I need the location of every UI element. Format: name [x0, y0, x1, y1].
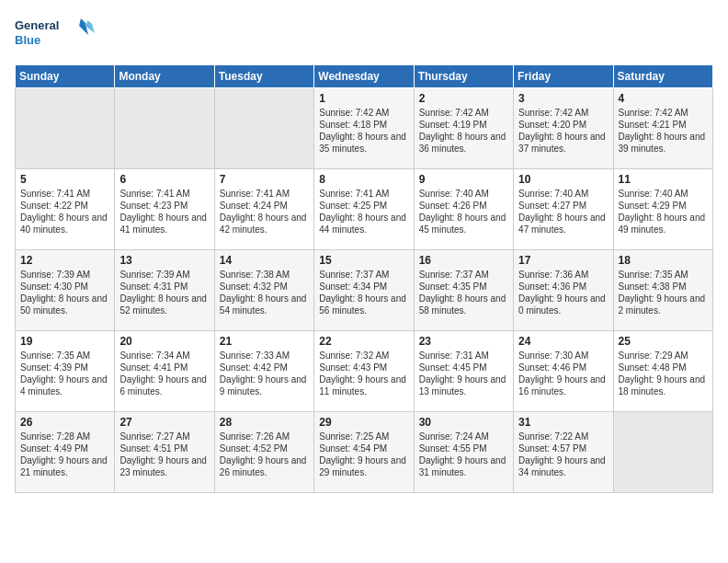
cell-text-line: Sunrise: 7:42 AM	[518, 107, 608, 119]
calendar-cell: 16Sunrise: 7:37 AMSunset: 4:35 PMDayligh…	[414, 250, 513, 331]
cell-text-line: Sunrise: 7:41 AM	[20, 188, 109, 200]
cell-text-line: Sunrise: 7:29 AM	[619, 350, 708, 362]
weekday-header: Tuesday	[214, 65, 313, 88]
cell-text-line: Sunset: 4:27 PM	[518, 200, 608, 212]
cell-text-line: Daylight: 9 hours and 13 minutes.	[419, 373, 508, 397]
cell-text-line: Sunrise: 7:35 AM	[619, 269, 708, 281]
cell-text-line: Daylight: 8 hours and 56 minutes.	[319, 293, 408, 316]
cell-text-line: Sunrise: 7:38 AM	[220, 269, 309, 281]
day-number: 19	[20, 335, 109, 348]
calendar-week-row: 12Sunrise: 7:39 AMSunset: 4:30 PMDayligh…	[16, 250, 713, 331]
cell-text-line: Daylight: 8 hours and 54 minutes.	[220, 293, 309, 316]
cell-text-line: Sunrise: 7:25 AM	[319, 431, 408, 442]
calendar-cell	[613, 412, 712, 493]
cell-text-line: Daylight: 8 hours and 49 minutes.	[619, 212, 708, 236]
weekday-header: Friday	[514, 65, 613, 88]
day-number: 23	[419, 335, 508, 348]
cell-text-line: Sunrise: 7:24 AM	[419, 431, 508, 442]
calendar-cell: 29Sunrise: 7:25 AMSunset: 4:54 PMDayligh…	[314, 412, 414, 493]
calendar-cell: 28Sunrise: 7:26 AMSunset: 4:52 PMDayligh…	[214, 412, 313, 493]
cell-text-line: Daylight: 9 hours and 9 minutes.	[220, 373, 309, 397]
cell-text-line: Sunset: 4:46 PM	[518, 362, 608, 373]
svg-text:Blue: Blue	[15, 33, 40, 47]
cell-text-line: Sunrise: 7:40 AM	[518, 188, 608, 200]
day-number: 12	[20, 254, 109, 267]
cell-text-line: Sunrise: 7:42 AM	[619, 107, 708, 119]
cell-text-line: Sunset: 4:51 PM	[119, 442, 209, 454]
weekday-header: Thursday	[414, 65, 513, 88]
cell-text-line: Sunset: 4:39 PM	[20, 362, 109, 373]
cell-text-line: Daylight: 9 hours and 0 minutes.	[518, 293, 608, 316]
svg-marker-3	[86, 20, 96, 33]
cell-text-line: Sunset: 4:55 PM	[419, 442, 508, 454]
day-number: 29	[319, 416, 408, 429]
calendar-cell: 9Sunrise: 7:40 AMSunset: 4:26 PMDaylight…	[414, 169, 513, 250]
cell-text-line: Sunrise: 7:31 AM	[419, 350, 508, 362]
cell-text-line: Daylight: 9 hours and 21 minutes.	[20, 454, 109, 478]
day-number: 25	[619, 335, 708, 348]
cell-text-line: Sunset: 4:36 PM	[518, 281, 608, 293]
calendar-cell: 11Sunrise: 7:40 AMSunset: 4:29 PMDayligh…	[613, 169, 712, 250]
cell-text-line: Daylight: 8 hours and 39 minutes.	[619, 131, 708, 155]
cell-text-line: Daylight: 9 hours and 23 minutes.	[119, 454, 209, 478]
cell-text-line: Sunset: 4:20 PM	[518, 119, 608, 131]
calendar-cell: 30Sunrise: 7:24 AMSunset: 4:55 PMDayligh…	[414, 412, 513, 493]
calendar-cell: 22Sunrise: 7:32 AMSunset: 4:43 PMDayligh…	[314, 331, 414, 412]
cell-text-line: Sunset: 4:30 PM	[20, 281, 109, 293]
day-number: 26	[20, 416, 109, 429]
cell-text-line: Daylight: 9 hours and 26 minutes.	[220, 454, 309, 478]
day-number: 27	[119, 416, 209, 429]
calendar-cell: 25Sunrise: 7:29 AMSunset: 4:48 PMDayligh…	[613, 331, 712, 412]
cell-text-line: Sunset: 4:26 PM	[419, 200, 508, 212]
day-number: 16	[419, 254, 508, 267]
day-number: 1	[319, 92, 408, 105]
calendar-body: 1Sunrise: 7:42 AMSunset: 4:18 PMDaylight…	[16, 88, 713, 493]
day-number: 6	[119, 173, 209, 186]
cell-text-line: Sunset: 4:54 PM	[319, 442, 408, 454]
cell-text-line: Sunset: 4:21 PM	[619, 119, 708, 131]
day-number: 18	[619, 254, 708, 267]
cell-text-line: Sunset: 4:31 PM	[119, 281, 209, 293]
day-number: 24	[518, 335, 608, 348]
calendar-cell: 31Sunrise: 7:22 AMSunset: 4:57 PMDayligh…	[514, 412, 613, 493]
cell-text-line: Daylight: 9 hours and 18 minutes.	[619, 373, 708, 397]
logo: General Blue	[15, 15, 97, 53]
cell-text-line: Sunset: 4:29 PM	[619, 200, 708, 212]
day-number: 5	[20, 173, 109, 186]
cell-text-line: Daylight: 9 hours and 2 minutes.	[619, 293, 708, 316]
calendar-week-row: 1Sunrise: 7:42 AMSunset: 4:18 PMDaylight…	[16, 88, 713, 169]
day-number: 17	[518, 254, 608, 267]
cell-text-line: Sunrise: 7:41 AM	[220, 188, 309, 200]
day-number: 20	[119, 335, 209, 348]
calendar-header-row: SundayMondayTuesdayWednesdayThursdayFrid…	[16, 65, 713, 88]
calendar-cell: 5Sunrise: 7:41 AMSunset: 4:22 PMDaylight…	[16, 169, 115, 250]
cell-text-line: Sunset: 4:18 PM	[319, 119, 408, 131]
cell-text-line: Sunset: 4:45 PM	[419, 362, 508, 373]
cell-text-line: Daylight: 9 hours and 16 minutes.	[518, 373, 608, 397]
cell-text-line: Sunrise: 7:42 AM	[319, 107, 408, 119]
cell-text-line: Sunrise: 7:40 AM	[419, 188, 508, 200]
weekday-header: Sunday	[16, 65, 115, 88]
day-number: 10	[518, 173, 608, 186]
calendar-cell: 15Sunrise: 7:37 AMSunset: 4:34 PMDayligh…	[314, 250, 414, 331]
calendar-cell: 8Sunrise: 7:41 AMSunset: 4:25 PMDaylight…	[314, 169, 414, 250]
cell-text-line: Sunrise: 7:33 AM	[220, 350, 309, 362]
cell-text-line: Daylight: 8 hours and 37 minutes.	[518, 131, 608, 155]
calendar-week-row: 26Sunrise: 7:28 AMSunset: 4:49 PMDayligh…	[16, 412, 713, 493]
cell-text-line: Sunset: 4:41 PM	[119, 362, 209, 373]
calendar-cell: 17Sunrise: 7:36 AMSunset: 4:36 PMDayligh…	[514, 250, 613, 331]
cell-text-line: Daylight: 8 hours and 40 minutes.	[20, 212, 109, 236]
cell-text-line: Sunset: 4:22 PM	[20, 200, 109, 212]
cell-text-line: Daylight: 9 hours and 29 minutes.	[319, 454, 408, 478]
cell-text-line: Sunset: 4:23 PM	[119, 200, 209, 212]
calendar-cell: 1Sunrise: 7:42 AMSunset: 4:18 PMDaylight…	[314, 88, 414, 169]
weekday-header: Monday	[115, 65, 214, 88]
weekday-header: Wednesday	[314, 65, 414, 88]
cell-text-line: Daylight: 8 hours and 47 minutes.	[518, 212, 608, 236]
calendar-cell	[115, 88, 214, 169]
calendar-cell: 26Sunrise: 7:28 AMSunset: 4:49 PMDayligh…	[16, 412, 115, 493]
cell-text-line: Daylight: 8 hours and 44 minutes.	[319, 212, 408, 236]
cell-text-line: Daylight: 8 hours and 35 minutes.	[319, 131, 408, 155]
cell-text-line: Sunset: 4:19 PM	[419, 119, 508, 131]
calendar-cell: 10Sunrise: 7:40 AMSunset: 4:27 PMDayligh…	[514, 169, 613, 250]
